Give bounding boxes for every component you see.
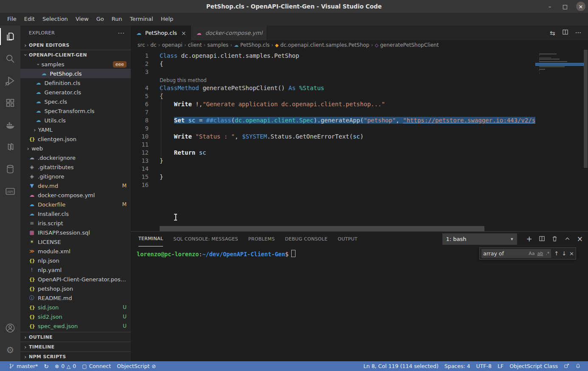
workspace-root-section[interactable]: › OPENAPI-CLIENT-GEN (20, 50, 131, 59)
tree-item-definition-cls[interactable]: ☁Definition.cls (20, 78, 131, 88)
code-line-5[interactable]: 5{ (131, 92, 536, 100)
sidebar-section-outline[interactable]: ›OUTLINE (20, 332, 131, 342)
code-line-10[interactable]: 10 Write "Status : ", $SYSTEM.Status.Get… (131, 133, 536, 141)
tree-item-clientgen-json[interactable]: {}clientgen.json (20, 134, 131, 144)
tree-item-iris-script[interactable]: ≡iris.script (20, 218, 131, 228)
regex-icon[interactable]: .* (546, 251, 549, 256)
maximize-panel-icon[interactable] (564, 235, 571, 243)
panel-tab-terminal[interactable]: TERMINAL (138, 232, 163, 246)
code-line-14[interactable]: 14 (131, 165, 536, 173)
code-line-12[interactable]: 12 Return sc (131, 149, 536, 157)
minimize-button[interactable]: – (546, 3, 554, 10)
horizontal-scrollbar[interactable] (160, 226, 484, 231)
tree-item-web[interactable]: ›web (20, 144, 131, 153)
sync-item[interactable]: ↻ (41, 361, 52, 371)
code-line-6[interactable]: 6 Write !,"Generate application dc.opena… (131, 100, 536, 108)
docker-icon[interactable] (0, 114, 20, 136)
encoding-item[interactable]: UTF-8 (473, 361, 495, 371)
kill-terminal-icon[interactable] (551, 235, 558, 243)
find-next-icon[interactable]: ↓ (562, 250, 566, 257)
panel-tab-problems[interactable]: PROBLEMS (248, 232, 275, 246)
breadcrumb-item[interactable]: src (138, 42, 145, 48)
maximize-button[interactable]: □ (561, 3, 569, 10)
code-line-4[interactable]: 4ClassMethod generatePetShopClient() As … (131, 84, 536, 92)
sidebar-section-npm-scripts[interactable]: ›NPM SCRIPTS (20, 351, 131, 361)
objectscript-extension-icon[interactable] (0, 136, 20, 158)
search-icon[interactable] (0, 48, 20, 70)
tab-close-icon[interactable]: × (181, 30, 186, 37)
tree-item-module-xml[interactable]: ≫module.xml (20, 246, 131, 256)
indentation-item[interactable]: Spaces: 4 (442, 361, 473, 371)
language-mode-item[interactable]: ObjectScript Class (506, 361, 561, 371)
tree-item-irisapp-session-sql[interactable]: ▦IRISAPP.session.sql (20, 228, 131, 237)
code-line-2[interactable]: 2{ (131, 60, 536, 68)
editor-tab-docker-compose-yml[interactable]: ☁docker-compose.yml (191, 25, 267, 40)
find-close-icon[interactable]: × (569, 250, 574, 257)
tree-item-docker-compose-yml[interactable]: ☁docker-compose.yml (20, 190, 131, 200)
find-previous-icon[interactable]: ↑ (554, 250, 559, 257)
code-line-13[interactable]: 13} (131, 157, 536, 165)
breadcrumb-item[interactable]: dc (150, 42, 156, 48)
minimap[interactable] (536, 50, 583, 231)
cursor-position-item[interactable]: Ln 8, Col 119 (114 selected) (360, 361, 442, 371)
tree-item-petshop-cls[interactable]: ☁PetShop.cls (20, 69, 131, 78)
tree-item-readme-md[interactable]: ⓘREADME.md (20, 293, 131, 303)
tree-item-petshop-json[interactable]: {}petshop.json (20, 284, 131, 293)
tree-item-nlp-json[interactable]: {}nlp.json (20, 256, 131, 265)
tree-item-openapi-client-generator-postman-[interactable]: {}OpenAPI-Client-Generator.postman… (20, 275, 131, 284)
tree-item-sid2-json[interactable]: {}sid2.jsonU (20, 312, 131, 321)
breadcrumb-item[interactable]: ☁PetShop.cls (234, 42, 270, 48)
vertical-scrollbar-slider[interactable] (584, 50, 588, 168)
panel-tab-sql-console-messages[interactable]: SQL CONSOLE: MESSAGES (173, 232, 238, 246)
rest-api-icon[interactable]: /API (0, 180, 20, 202)
close-panel-icon[interactable]: × (577, 235, 583, 243)
eol-item[interactable]: LF (495, 361, 506, 371)
run-debug-icon[interactable] (0, 70, 20, 92)
menu-terminal[interactable]: Terminal (126, 13, 157, 25)
editor-tab-petshop-cls[interactable]: ☁PetShop.cls× (131, 25, 191, 40)
tree-item-nlp-yaml[interactable]: !nlp.yaml (20, 265, 131, 275)
breadcrumb-item[interactable]: ◇generatePetShopClient (375, 42, 439, 48)
whole-word-icon[interactable]: ab (537, 251, 543, 256)
code-line-7[interactable]: 7 (131, 108, 536, 116)
close-button[interactable]: × (576, 2, 585, 11)
code-editor[interactable]: 1Class dc.openapi.client.samples.PetShop… (131, 50, 588, 231)
breadcrumb-item[interactable]: client (188, 42, 202, 48)
menu-file[interactable]: File (3, 13, 20, 25)
tree-item-sid-json[interactable]: {}sid.jsonU (20, 303, 131, 312)
vertical-scrollbar[interactable] (583, 50, 588, 231)
feedback-item[interactable] (561, 361, 572, 371)
panel-tab-output[interactable]: OUTPUT (338, 232, 357, 246)
tree-item-dockerfile[interactable]: ☁DockerfileM (20, 200, 131, 209)
account-icon[interactable] (0, 317, 20, 339)
menu-edit[interactable]: Edit (20, 13, 39, 25)
breadcrumb-item[interactable]: ◆dc.openapi.client.samples.PetShop (275, 42, 369, 48)
tree-item-yaml[interactable]: ›YAML (20, 125, 131, 134)
tree-item-utils-cls[interactable]: ☁Utils.cls (20, 116, 131, 125)
more-actions-icon[interactable]: ··· (575, 29, 581, 37)
tree-item--gitattributes[interactable]: ◈.gitattributes (20, 162, 131, 172)
new-terminal-icon[interactable]: + (526, 235, 532, 243)
terminal-output[interactable]: lorenzo@pc-lorenzo:~/dev/OpenAPI-Client-… (131, 246, 588, 361)
tree-item--gitignore[interactable]: ◈.gitignore (20, 172, 131, 181)
code-line-16[interactable]: 16 (131, 181, 536, 189)
git-branch-item[interactable]: master* (6, 361, 41, 371)
menu-go[interactable]: Go (93, 13, 108, 25)
menu-selection[interactable]: Selection (39, 13, 72, 25)
tree-item-license[interactable]: ✶LICENSE (20, 237, 131, 246)
code-line-9[interactable]: 9 (131, 125, 536, 133)
objectscript-item[interactable]: ObjectScript ⊘ (114, 361, 159, 371)
breadcrumb-item[interactable]: samples (207, 42, 228, 48)
tree-item-generator-cls[interactable]: ☁Generator.cls (20, 88, 131, 97)
code-line-1[interactable]: 1Class dc.openapi.client.samples.PetShop (131, 52, 536, 60)
sidebar-section-timeline[interactable]: ›TIMELINE (20, 342, 131, 351)
terminal-shell-select[interactable]: 1: bash ▾ (442, 233, 517, 245)
settings-gear-icon[interactable]: ⚙ (0, 339, 20, 361)
menu-help[interactable]: Help (157, 13, 177, 25)
code-line-11[interactable]: 11 (131, 141, 536, 149)
notifications-item[interactable] (572, 361, 584, 371)
codelens-debug-this-method[interactable]: Debug this method (131, 76, 536, 84)
find-input[interactable]: array of Aa ab .* (481, 249, 551, 258)
tree-item-spectransform-cls[interactable]: ☁SpecTransform.cls (20, 106, 131, 116)
tree-item-spec-cls[interactable]: ☁Spec.cls (20, 97, 131, 106)
